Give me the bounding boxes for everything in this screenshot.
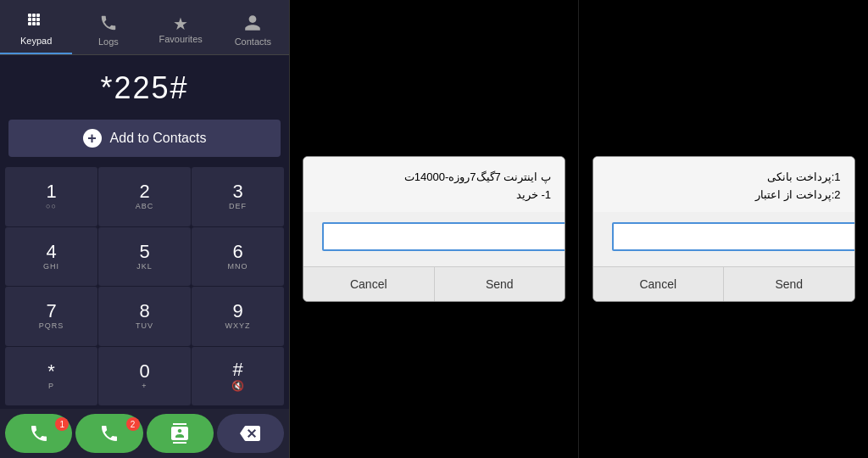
dialog-box-2: 1:پرداخت بانکی 2:پرداخت از اعتبار Cancel… — [593, 156, 855, 303]
dialog-send-button-1[interactable]: Send — [435, 267, 565, 301]
key-4[interactable]: 4 GHI — [5, 227, 97, 287]
dialog-panel-1: پ اینترنت 7گیگ7روزه-14000ت 1- خرید Cance… — [290, 0, 579, 458]
key-star[interactable]: * P — [5, 347, 97, 406]
tab-keypad[interactable]: Keypad — [0, 0, 72, 54]
svg-rect-5 — [36, 18, 40, 21]
key-2[interactable]: 2 ABC — [98, 167, 191, 226]
svg-rect-8 — [36, 22, 40, 25]
key-1[interactable]: 1 ○○ — [5, 167, 97, 226]
call-badge-1: 1 — [55, 417, 69, 431]
keypad-grid: 1 ○○ 2 ABC 3 DEF 4 GHI 5 JKL 6 MNO 7 PQR… — [0, 164, 289, 409]
svg-rect-6 — [28, 22, 31, 25]
svg-rect-2 — [36, 14, 40, 17]
dialog-input-2[interactable] — [612, 222, 855, 251]
favourites-icon: ★ — [173, 15, 188, 32]
dial-display: *225# — [0, 55, 289, 116]
dialog-text-1: پ اینترنت 7گیگ7روزه-14000ت 1- خرید — [303, 157, 565, 213]
call-button-2[interactable]: 2 — [75, 414, 142, 453]
key-3[interactable]: 3 DEF — [192, 167, 284, 226]
dialog-panel-2: 1:پرداخت بانکی 2:پرداخت از اعتبار Cancel… — [579, 0, 868, 458]
contacts-action-button[interactable] — [147, 414, 214, 453]
keypad-panel: Keypad Logs ★ Favourites Contacts *225# — [0, 0, 290, 458]
tab-favourites-label: Favourites — [159, 34, 202, 44]
plus-icon: + — [83, 129, 102, 148]
dialog-cancel-button-1[interactable]: Cancel — [303, 267, 435, 301]
call-button-1[interactable]: 1 — [5, 414, 72, 453]
key-5[interactable]: 5 JKL — [98, 227, 191, 287]
tab-contacts-label: Contacts — [235, 36, 271, 47]
key-6[interactable]: 6 MNO — [192, 227, 284, 287]
delete-button[interactable] — [217, 414, 284, 453]
dialog-buttons-1: Cancel Send — [303, 266, 565, 301]
dialog-buttons-2: Cancel Send — [593, 266, 854, 301]
key-0[interactable]: 0 + — [98, 347, 191, 406]
dialog-box-1: پ اینترنت 7گیگ7روزه-14000ت 1- خرید Cance… — [303, 156, 565, 303]
tab-contacts[interactable]: Contacts — [217, 0, 289, 54]
key-hash[interactable]: # 🔇 — [192, 347, 284, 406]
key-8[interactable]: 8 TUV — [98, 287, 191, 346]
action-bar: 1 2 — [0, 409, 289, 458]
dialog-text-2: 1:پرداخت بانکی 2:پرداخت از اعتبار — [593, 157, 854, 213]
svg-rect-9 — [29, 16, 31, 19]
dialog-send-button-2[interactable]: Send — [724, 267, 854, 301]
logs-icon — [99, 14, 118, 35]
svg-rect-4 — [32, 18, 36, 21]
dialog-input-1[interactable] — [322, 222, 565, 251]
dialog-cancel-button-2[interactable]: Cancel — [593, 267, 725, 301]
add-contacts-label: Add to Contacts — [110, 131, 207, 146]
contacts-icon — [243, 14, 262, 35]
tab-bar: Keypad Logs ★ Favourites Contacts — [0, 0, 289, 55]
tab-favourites[interactable]: ★ Favourites — [145, 0, 217, 54]
keypad-icon — [27, 13, 46, 34]
tab-keypad-label: Keypad — [20, 36, 52, 46]
svg-rect-7 — [32, 22, 36, 25]
tab-logs-label: Logs — [98, 36, 119, 47]
key-9[interactable]: 9 WXYZ — [192, 287, 284, 346]
call-badge-2: 2 — [126, 417, 140, 431]
tab-logs[interactable]: Logs — [72, 0, 144, 54]
add-to-contacts-button[interactable]: + Add to Contacts — [8, 120, 281, 157]
key-7[interactable]: 7 PQRS — [5, 287, 97, 346]
svg-rect-1 — [32, 14, 36, 17]
